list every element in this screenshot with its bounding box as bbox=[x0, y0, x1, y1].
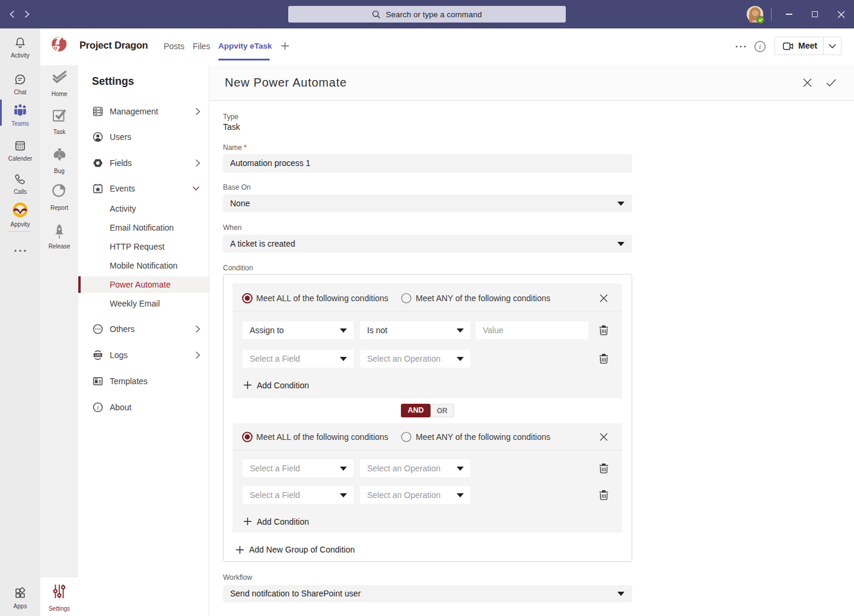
svg-text:i: i bbox=[97, 404, 98, 411]
svg-text:i: i bbox=[759, 43, 761, 51]
svg-text:LOG: LOG bbox=[95, 354, 101, 357]
